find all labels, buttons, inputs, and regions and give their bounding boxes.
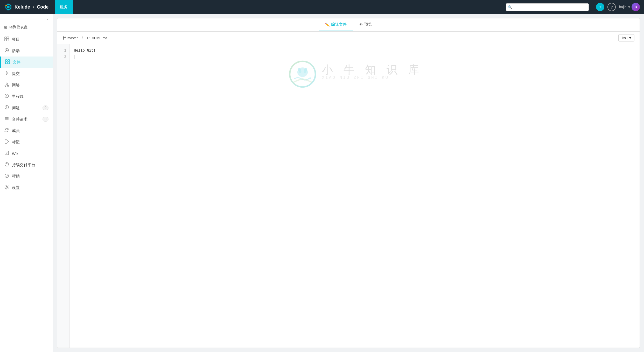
svg-rect-10 [5,60,7,61]
main-layout: ‹ ⊞ 转到仪表盘 项目 活动 [0,14,644,352]
wiki-icon [4,151,9,156]
app-separator: • [33,4,34,10]
sidebar-item-issues[interactable]: 问题 0 [0,102,53,114]
cicd-icon [4,162,9,168]
merges-badge: 0 [43,117,48,122]
watermark: 小 牛 知 识 库 XIAO NIU ZHI SHI KU [288,60,421,88]
svg-point-3 [5,5,7,6]
tab-edit[interactable]: ✏️ 编辑文件 [319,18,353,31]
sidebar: ‹ ⊞ 转到仪表盘 项目 活动 [0,14,53,352]
editor-content[interactable]: Hello Git! [70,44,640,348]
dashboard-icon: ⊞ [4,25,7,29]
topnav-actions: + ? bajie ▾ B [596,3,640,11]
network-label: 网络 [12,83,20,88]
editor-body: 1 2 Hello Git! [57,44,640,348]
watermark-area: 小 牛 知 识 库 XIAO NIU ZHI SHI KU [74,60,635,88]
help-icon [4,173,9,179]
tab-edit-label: 编辑文件 [331,22,347,27]
sidebar-item-settings[interactable]: 设置 [0,182,53,193]
files-label: 文件 [13,60,20,65]
svg-rect-13 [8,62,10,64]
app-logo[interactable]: Kelude • Code [4,3,48,11]
svg-rect-5 [7,37,9,39]
svg-point-46 [303,67,308,73]
sidebar-item-milestones[interactable]: 里程碑 [0,91,53,102]
services-button[interactable]: 服务 [55,0,73,14]
svg-point-40 [63,38,64,39]
svg-rect-12 [5,62,7,64]
search-input[interactable] [506,3,589,11]
settings-icon [4,185,9,191]
svg-rect-6 [5,39,6,41]
sidebar-dashboard-link[interactable]: ⊞ 转到仪表盘 [0,23,53,34]
sidebar-item-wiki[interactable]: Wiki [0,148,53,159]
search-container: 🔍 [506,3,589,11]
commits-label: 提交 [12,71,20,76]
user-dropdown-icon: ▾ [628,5,630,9]
merges-icon [4,116,9,122]
user-name: bajie [619,5,627,9]
help-button[interactable]: ? [607,3,616,11]
activity-label: 活动 [12,48,20,53]
content-area: ✏️ 编辑文件 👁 预览 m [53,14,644,352]
text-mode-dropdown[interactable]: text ▾ [618,34,634,41]
sidebar-item-network[interactable]: 网络 [0,79,53,91]
svg-rect-25 [5,118,9,119]
svg-point-38 [6,186,8,188]
svg-point-15 [5,85,6,87]
svg-rect-11 [8,60,10,61]
commits-icon [4,71,9,76]
watermark-logo [288,60,317,88]
sidebar-item-files[interactable]: 文件 [0,57,53,68]
sidebar-item-activity[interactable]: 活动 [0,45,53,57]
branch-name: master [67,36,78,40]
sidebar-item-members[interactable]: 成员 [0,125,53,136]
editor-toolbar: master / README.md text ▾ [57,32,640,44]
settings-label: 设置 [12,185,20,190]
sidebar-item-labels[interactable]: 标记 [0,136,53,148]
sidebar-item-cicd[interactable]: 持续交付平台 [0,159,53,171]
help-label: 帮助 [12,174,20,179]
sidebar-collapse-area: ‹ [0,14,53,23]
add-button[interactable]: + [596,3,604,11]
path-separator: / [82,36,83,40]
cicd-label: 持续交付平台 [12,163,35,167]
svg-point-2 [7,6,10,8]
issues-badge: 0 [43,105,48,110]
user-menu[interactable]: bajie ▾ B [619,3,640,11]
labels-icon [4,139,9,145]
code-line-1: Hello Git! [74,47,635,54]
members-label: 成员 [12,128,20,133]
svg-rect-24 [5,117,9,118]
svg-point-43 [290,61,315,87]
sidebar-item-merges[interactable]: 合并请求 0 [0,114,53,125]
svg-point-9 [6,50,8,51]
sidebar-item-help[interactable]: 帮助 [0,171,53,182]
text-mode-label: text [622,36,628,40]
watermark-text: 小 牛 知 识 库 XIAO NIU ZHI SHI KU [322,67,421,81]
svg-point-45 [297,67,302,73]
branch-badge: master [62,36,78,40]
svg-point-16 [8,85,9,87]
svg-rect-4 [5,37,6,39]
tab-preview[interactable]: 👁 预览 [353,18,378,31]
labels-label: 标记 [12,140,20,145]
issues-label: 问题 [12,105,20,110]
milestones-icon [4,94,9,99]
editor-tabs: ✏️ 编辑文件 👁 预览 [57,18,640,32]
line-numbers: 1 2 [57,44,70,348]
app-subtitle: Code [37,4,48,10]
svg-point-35 [6,164,6,165]
svg-line-17 [5,84,7,85]
svg-point-29 [6,140,6,141]
tab-preview-label: 预览 [364,22,372,27]
branch-icon [62,36,66,40]
projects-label: 项目 [12,37,20,42]
svg-point-20 [6,95,7,96]
sidebar-item-projects[interactable]: 项目 [0,34,53,45]
svg-point-28 [7,129,9,130]
files-icon [5,59,10,65]
sidebar-item-commits[interactable]: 提交 [0,68,53,79]
sidebar-collapse-button[interactable]: ‹ [47,17,48,21]
svg-line-18 [7,84,8,85]
